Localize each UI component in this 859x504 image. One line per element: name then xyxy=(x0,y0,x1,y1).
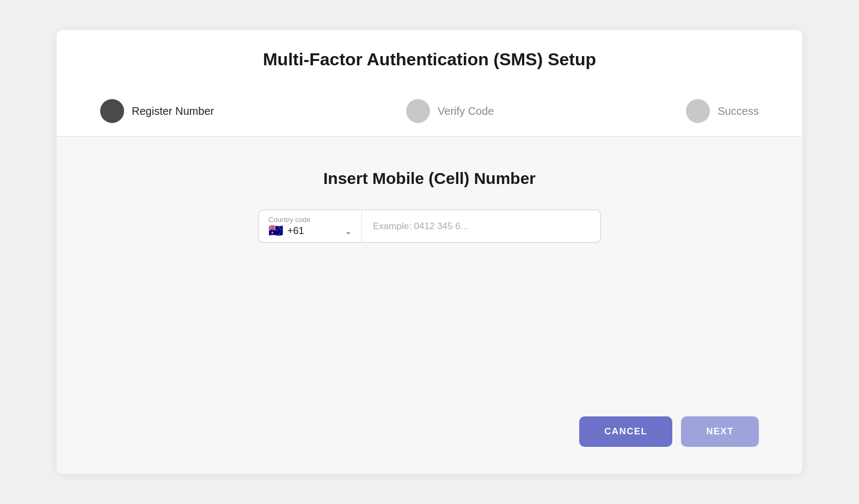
main-content: Insert Mobile (Cell) Number Country code… xyxy=(57,137,802,474)
cancel-button[interactable]: CANCEL xyxy=(579,416,672,447)
step-label-verify: Verify Code xyxy=(438,105,494,118)
flag-icon: 🇦🇺 xyxy=(268,225,283,237)
country-code-value-row: 🇦🇺 +61 ⌄ xyxy=(268,225,352,237)
step-verify-code[interactable]: Verify Code xyxy=(406,99,494,123)
actions-row: CANCEL NEXT xyxy=(78,384,781,447)
phone-input-row: Country code 🇦🇺 +61 ⌄ xyxy=(258,210,601,243)
country-code-number: +61 xyxy=(287,225,304,237)
step-success[interactable]: Success xyxy=(686,99,759,123)
steps-bar: Register Number Verify Code Success xyxy=(57,86,802,137)
country-code-selector[interactable]: Country code 🇦🇺 +61 ⌄ xyxy=(258,210,361,243)
step-label-success: Success xyxy=(717,105,759,118)
page-title: Multi-Factor Authentication (SMS) Setup xyxy=(57,30,802,86)
step-label-register: Register Number xyxy=(132,105,214,118)
phone-number-input[interactable] xyxy=(361,210,601,243)
dialog-container: Multi-Factor Authentication (SMS) Setup … xyxy=(57,30,802,474)
next-button[interactable]: NEXT xyxy=(681,416,759,447)
step-circle-verify xyxy=(406,99,430,123)
chevron-down-icon: ⌄ xyxy=(345,226,352,236)
form-title: Insert Mobile (Cell) Number xyxy=(323,169,536,188)
step-circle-success xyxy=(686,99,710,123)
step-circle-register xyxy=(100,99,124,123)
country-code-label: Country code xyxy=(268,216,352,224)
step-register-number[interactable]: Register Number xyxy=(100,99,214,123)
